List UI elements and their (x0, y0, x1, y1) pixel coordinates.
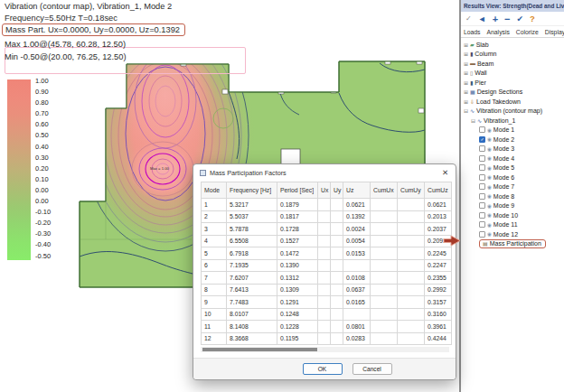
table-row[interactable]: 67.19350.1390 0.2247 (202, 259, 452, 272)
mode-checkbox[interactable] (479, 231, 485, 238)
tree-item-mode-12[interactable]: ◉Mode 12 (461, 229, 564, 239)
table-row[interactable]: 87.64130.1309 0.0637 0.2992 (202, 284, 452, 296)
collapse-icon[interactable]: ⊟ (463, 107, 469, 114)
mass-participation-icon: ▤ (483, 240, 488, 247)
mode-checkbox[interactable] (479, 145, 485, 152)
expand-icon[interactable]: ⊞ (463, 79, 469, 86)
table-row[interactable]: 25.50370.1817 0.1392 0.2013 (202, 210, 452, 223)
mode-checkbox[interactable] (479, 126, 485, 133)
tree-item-design-sections[interactable]: ⊞▦Design Sections (461, 88, 564, 98)
tree-item-column[interactable]: ⊞▮Column (461, 50, 564, 60)
table-header-row: ModeFrequency [Hz]Period [Sec] UxUyUz Cu… (202, 182, 452, 199)
expand-icon[interactable]: ⊞ (463, 51, 469, 57)
remove-icon[interactable]: − (504, 13, 510, 25)
mass-participation-annotation: ▤ Mass Participation (479, 239, 546, 248)
slab-icon: ▰ (470, 42, 475, 48)
apply-all-icon[interactable]: ✔ (517, 13, 524, 25)
tree-item-mode-11[interactable]: ◉Mode 11 (461, 220, 564, 230)
tree-item-mode-8[interactable]: ◉Mode 8 (461, 191, 564, 201)
tree-item-beam[interactable]: ⊞▬Beam (461, 59, 564, 69)
mode-icon: ◉ (487, 127, 492, 133)
mode-checkbox[interactable] (479, 155, 485, 162)
tab-display[interactable]: Display (545, 29, 564, 35)
map-max-line: Max 1.00@(45.78, 60.28, 12.50) (5, 40, 126, 49)
cancel-button[interactable]: Cancel (352, 363, 392, 375)
help-icon[interactable]: ? (530, 13, 535, 25)
tree-item-label: Pier (475, 79, 485, 86)
mode-checkbox[interactable] (479, 202, 485, 209)
tree-item-label: Design Sections (477, 89, 523, 95)
tree-item-label: Mode 12 (494, 231, 518, 238)
table-row[interactable]: 35.78780.1728 0.0024 0.2037 (202, 223, 452, 236)
tree-item-vibration-1[interactable]: ⊟∿Vibration_1 (461, 116, 564, 126)
table-row[interactable]: 77.62070.1312 0.0108 0.2355 (202, 272, 452, 285)
table-row[interactable]: 118.14080.1228 0.0801 0.3961 (202, 321, 452, 333)
mode-icon: ◉ (487, 222, 492, 228)
expand-icon[interactable]: ⊞ (463, 70, 469, 76)
vibration-case-icon: ∿ (477, 117, 482, 124)
tab-colorize[interactable]: Colorize (516, 29, 539, 35)
tree-item-label: Load Takedown (476, 98, 521, 105)
mode-icon: ◉ (487, 193, 492, 199)
tree-item-mode-7[interactable]: ◉Mode 7 (461, 182, 564, 192)
mode-icon: ◉ (487, 174, 492, 180)
table-row[interactable]: 108.01070.1248 0.3160 (202, 308, 452, 321)
expand-icon[interactable]: ⊞ (463, 89, 469, 95)
table-horizontal-scrollbar[interactable] (201, 347, 449, 352)
tree-item-mass-participation[interactable]: ▤ Mass Participation (461, 239, 564, 249)
tree-item-pier[interactable]: ⊞▮Pier (461, 78, 564, 88)
add-icon[interactable]: + (493, 13, 498, 25)
scrollbar-thumb[interactable] (202, 348, 317, 351)
tree-item-mode-3[interactable]: ◉Mode 3 (461, 145, 564, 154)
tree-item-mode-10[interactable]: ◉Mode 10 (461, 210, 564, 220)
mode-icon: ◉ (487, 231, 492, 237)
close-icon[interactable]: ✕ (442, 168, 448, 177)
tree-item-wall[interactable]: ⊞▯Wall (461, 69, 564, 79)
tree-item-label: Mode 7 (494, 183, 514, 190)
dialog-titlebar[interactable]: Mass Participation Factors ✕ (193, 164, 456, 181)
tab-analysis[interactable]: Analysis (487, 29, 510, 35)
callout-arrow-icon (443, 234, 461, 250)
ok-button[interactable]: OK (303, 363, 343, 375)
tree-item-mode-2[interactable]: ✓◉Mode 2 (461, 135, 564, 145)
tree-item-label: Mode 11 (494, 221, 518, 228)
tree-item-load-takedown[interactable]: ⊞⇩Load Takedown (461, 97, 564, 107)
expand-icon[interactable]: ⊞ (463, 61, 469, 67)
mode-icon: ◉ (487, 212, 492, 218)
tree-item-mode-1[interactable]: ◉Mode 1 (461, 126, 564, 135)
mode-icon: ◉ (487, 203, 492, 209)
tree-item-mode-4[interactable]: ◉Mode 4 (461, 154, 564, 163)
mode-checkbox[interactable] (479, 164, 485, 171)
mode-checkbox-checked[interactable]: ✓ (479, 136, 485, 143)
apply-check-icon[interactable]: ✓ (465, 13, 472, 25)
table-row[interactable]: 15.32170.1879 0.0621 0.0621 (202, 199, 452, 211)
tab-loads[interactable]: Loads (464, 29, 481, 35)
expand-icon[interactable]: ⊞ (463, 98, 469, 105)
table-row[interactable]: 46.55080.1527 0.0054 0.2091 (202, 235, 452, 247)
column-icon: ▮ (470, 51, 473, 57)
mode-icon: ◉ (487, 184, 492, 190)
collapse-icon[interactable]: ⊟ (470, 117, 476, 124)
tree-item-label: Mode 3 (494, 145, 514, 152)
mode-checkbox[interactable] (479, 221, 485, 228)
expand-icon[interactable]: ⊞ (463, 42, 469, 48)
mode-checkbox[interactable] (479, 212, 485, 219)
tree-item-slab[interactable]: ⊞▰Slab (461, 40, 564, 50)
mode-checkbox[interactable] (479, 193, 485, 200)
table-row[interactable]: 97.74830.1291 0.0165 0.3157 (202, 296, 452, 309)
tree-item-label: Wall (475, 70, 486, 76)
mode-checkbox[interactable] (479, 174, 485, 181)
results-view-panel: Results View: Strength(Dead and Live) ✓ … (459, 0, 564, 392)
map-max-label: Max = 1.00 (150, 166, 170, 171)
dialog-title: Mass Participation Factors (210, 169, 442, 177)
tree-item-mode-6[interactable]: ◉Mode 6 (461, 173, 564, 182)
back-arrow-icon[interactable]: ◄ (478, 13, 486, 25)
mode-icon: ◉ (487, 155, 492, 161)
tree-item-mode-9[interactable]: ◉Mode 9 (461, 201, 564, 211)
table-row[interactable]: 128.36680.1195 0.0283 0.4244 (202, 332, 452, 345)
tree-item-mode-5[interactable]: ◉Mode 5 (461, 163, 564, 173)
pier-icon: ▮ (470, 79, 473, 86)
tree-item-vibration[interactable]: ⊟∿Vibration (contour map) (461, 107, 564, 117)
table-row[interactable]: 56.79180.1472 0.0153 0.2245 (202, 247, 452, 260)
mode-checkbox[interactable] (479, 183, 485, 190)
